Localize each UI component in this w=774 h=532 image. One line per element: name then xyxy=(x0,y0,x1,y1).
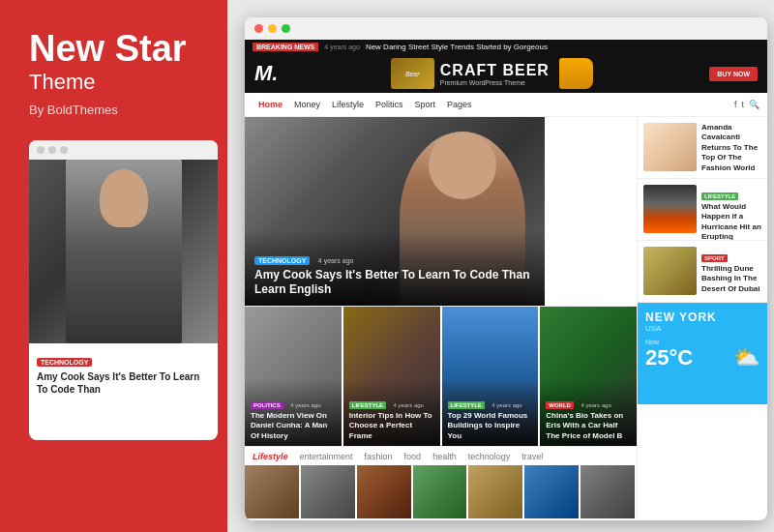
brand-title: New Star xyxy=(29,29,208,70)
social-facebook[interactable]: f xyxy=(734,100,737,109)
left-main: TECHNOLOGY 4 years ago Amy Cook Says It'… xyxy=(245,117,637,518)
weather-icon: ⛅ xyxy=(733,345,759,370)
sidebar-article-1: Amanda Cavalcanti Returns To The Top Of … xyxy=(638,117,767,179)
mini-content: TECHNOLOGY Amy Cook Says It's Better To … xyxy=(29,160,218,430)
featured-article: TECHNOLOGY 4 years ago Amy Cook Says It'… xyxy=(245,117,545,306)
weather-temp-row: 25°C ⛅ xyxy=(645,345,759,370)
dot-green[interactable] xyxy=(282,24,290,33)
thumb-1 xyxy=(245,465,301,518)
sidebar-title-1: Amanda Cavalcanti Returns To The Top Of … xyxy=(701,123,761,173)
sidebar-article-2: LIFESTYLE What Would Happen if a Hurrica… xyxy=(638,179,767,241)
featured-title: Amy Cook Says It's Better To Learn To Co… xyxy=(254,268,535,298)
mini-article-title: Amy Cook Says It's Better To Learn To Co… xyxy=(37,370,210,396)
dot-yellow[interactable] xyxy=(268,24,277,33)
breaking-text: New Daring Street Style Trends Started b… xyxy=(366,43,548,51)
breaking-time: 4 years ago xyxy=(324,44,360,50)
bottom-thumbnails xyxy=(245,465,637,518)
sidebar-title-3: Thrilling Dune Bashing In The Desert Of … xyxy=(701,264,761,294)
tab-travel[interactable]: travel xyxy=(521,452,543,461)
sidebar-article-3: SPORT Thrilling Dune Bashing In The Dese… xyxy=(638,241,767,303)
sidebar-img-1 xyxy=(643,123,697,171)
weather-country: USA xyxy=(645,324,759,333)
weather-now-label: Now xyxy=(645,339,759,345)
browser-mockup: BREAKING NEWS 4 years ago New Daring Str… xyxy=(245,17,767,520)
sidebar-img-3 xyxy=(643,247,697,295)
sidebar-title-2: What Would Happen if a Hurricane Hit an … xyxy=(701,202,761,241)
grid-time-4: 4 years ago xyxy=(580,402,610,408)
grid-overlay-4: WORLD 4 years ago China's Bio Takes on E… xyxy=(540,379,637,446)
featured-overlay: TECHNOLOGY 4 years ago Amy Cook Says It'… xyxy=(245,230,545,306)
craft-beer-title: CRAFT BEER xyxy=(440,62,550,79)
sidebar-tag-2: LIFESTYLE xyxy=(701,192,738,200)
mini-article-info: TECHNOLOGY Amy Cook Says It's Better To … xyxy=(29,343,218,403)
mini-dot-2 xyxy=(48,146,56,154)
grid-article-3: LIFESTYLE 4 years ago Top 29 World Famou… xyxy=(442,307,541,446)
tab-entertainment[interactable]: entertainment xyxy=(300,452,353,461)
grid-time-3: 4 years ago xyxy=(491,402,521,408)
mini-browser-preview: TECHNOLOGY Amy Cook Says It's Better To … xyxy=(29,140,218,440)
featured-tag: TECHNOLOGY xyxy=(254,256,310,265)
mini-dot-1 xyxy=(37,146,45,154)
tab-lifestyle[interactable]: Lifestyle xyxy=(253,452,288,461)
mini-person-figure xyxy=(66,160,182,343)
featured-time: 4 years ago xyxy=(318,257,354,264)
nav-bar: Home Money Lifestyle Politics Sport Page… xyxy=(245,93,767,117)
thumb-6 xyxy=(524,465,580,518)
ad-banner: M. Beer CRAFT BEER Premium WordPress The… xyxy=(245,54,767,93)
browser-titlebar xyxy=(245,17,767,40)
sidebar-content-2: LIFESTYLE What Would Happen if a Hurrica… xyxy=(701,185,761,234)
buy-now-button[interactable]: BUY NOW xyxy=(709,67,758,81)
grid-tag-1: POLITICS xyxy=(251,401,283,409)
nav-money[interactable]: Money xyxy=(288,97,326,112)
tab-food[interactable]: food xyxy=(404,452,422,461)
sidebar-content-3: SPORT Thrilling Dune Bashing In The Dese… xyxy=(701,247,761,296)
thumb-2 xyxy=(301,465,357,518)
grid-tag-2: LIFESTYLE xyxy=(349,401,386,409)
social-twitter[interactable]: t xyxy=(741,100,744,109)
site-logo: M. xyxy=(254,61,278,86)
breaking-news-bar: BREAKING NEWS 4 years ago New Daring Str… xyxy=(245,40,767,54)
grid-title-3: Top 29 World Famous Buildings to Inspire… xyxy=(448,411,533,441)
grid-articles: POLITICS 4 years ago The Modern View On … xyxy=(245,306,637,446)
nav-sport[interactable]: Sport xyxy=(409,97,442,112)
mini-hero-image xyxy=(29,160,218,343)
content-area: TECHNOLOGY 4 years ago Amy Cook Says It'… xyxy=(245,117,767,518)
grid-article-2: LIFESTYLE 4 years ago Interior Tips In H… xyxy=(343,307,442,446)
nav-pages[interactable]: Pages xyxy=(441,97,478,112)
tab-health[interactable]: health xyxy=(432,452,457,461)
tab-technology[interactable]: technology xyxy=(468,452,511,461)
craft-beer-sub: Premium WordPress Theme xyxy=(440,79,550,86)
search-icon[interactable]: 🔍 xyxy=(749,100,759,109)
grid-time-2: 4 years ago xyxy=(394,402,424,408)
breaking-label: BREAKING NEWS xyxy=(253,43,318,51)
craft-beer-text: CRAFT BEER Premium WordPress Theme xyxy=(440,62,550,86)
nav-home[interactable]: Home xyxy=(253,97,288,112)
mini-dot-3 xyxy=(60,146,68,154)
mini-article-tag: TECHNOLOGY xyxy=(37,358,92,367)
thumb-4 xyxy=(413,465,469,518)
grid-tag-3: LIFESTYLE xyxy=(448,401,485,409)
weather-city: NEW YORK xyxy=(645,310,759,324)
dot-red[interactable] xyxy=(254,24,263,33)
thumb-3 xyxy=(357,465,413,518)
grid-title-2: Interior Tips In How To Choose a Perfect… xyxy=(349,411,434,441)
nav-lifestyle[interactable]: Lifestyle xyxy=(326,97,370,112)
weather-temp: 25°C xyxy=(645,345,693,370)
grid-overlay-3: LIFESTYLE 4 years ago Top 29 World Famou… xyxy=(442,379,539,446)
sidebar-content-1: Amanda Cavalcanti Returns To The Top Of … xyxy=(701,123,761,172)
grid-overlay-2: LIFESTYLE 4 years ago Interior Tips In H… xyxy=(343,379,440,446)
nav-social: f t 🔍 xyxy=(734,100,759,109)
grid-article-4: WORLD 4 years ago China's Bio Takes on E… xyxy=(540,307,637,446)
grid-overlay-1: POLITICS 4 years ago The Modern View On … xyxy=(245,379,342,446)
tab-fashion[interactable]: fashion xyxy=(365,452,393,461)
grid-title-1: The Modern View On Daniel Cunha: A Man O… xyxy=(251,411,336,441)
sidebar-tag-3: SPORT xyxy=(701,254,728,262)
craft-beer-ad: Beer CRAFT BEER Premium WordPress Theme xyxy=(278,58,709,89)
bottom-tabs: Lifestyle entertainment fashion food hea… xyxy=(245,446,637,465)
thumb-5 xyxy=(468,465,524,518)
right-sidebar: Amanda Cavalcanti Returns To The Top Of … xyxy=(637,117,767,518)
left-panel: New Star Theme By BoldThemes TECHNOLOGY … xyxy=(0,0,227,532)
sidebar-img-2 xyxy=(643,185,697,233)
nav-politics[interactable]: Politics xyxy=(370,97,409,112)
thumb-7 xyxy=(580,465,637,518)
